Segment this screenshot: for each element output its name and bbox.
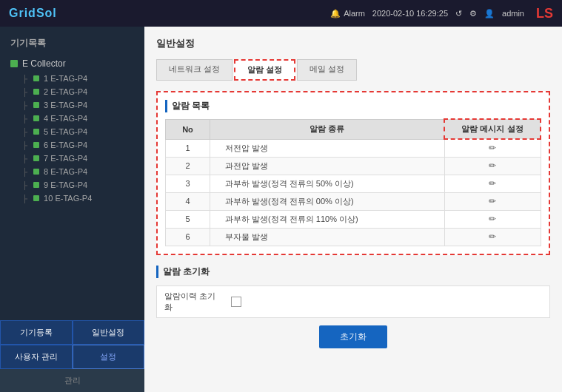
header: GridSol 🔔 Alarm 2020-02-10 16:29:25 ↺ ⚙ … — [0, 0, 562, 27]
cell-edit[interactable]: ✏ — [444, 210, 541, 228]
init-section-title: 알람 초기화 — [156, 266, 550, 278]
alarm-table-body: 1 저전압 발생 ✏ 2 과전압 발생 ✏ 3 과부하 발생(정격 전류의 50… — [166, 139, 541, 246]
alarm-indicator[interactable]: 🔔 Alarm — [330, 9, 365, 18]
bell-icon: 🔔 — [330, 9, 341, 18]
cell-type: 과부하 발생(정격 전류의 00% 이상) — [210, 192, 445, 210]
col-type: 알람 종류 — [210, 119, 445, 139]
tree-item-1[interactable]: ├1 E-TAG-P4 — [6, 72, 138, 85]
settings-button[interactable]: 설정 — [73, 345, 145, 369]
general-settings-button[interactable]: 일반설정 — [73, 320, 145, 345]
cell-edit[interactable]: ✏ — [444, 139, 541, 157]
init-button[interactable]: 초기화 — [319, 325, 387, 348]
tree-item-2[interactable]: ├2 E-TAG-P4 — [6, 85, 138, 98]
collector-label: E Collector — [22, 58, 66, 69]
tab-email[interactable]: 메일 설정 — [297, 59, 357, 81]
init-button-row: 초기화 — [156, 325, 550, 348]
edit-icon[interactable]: ✏ — [489, 160, 496, 171]
cell-type: 저전압 발생 — [210, 139, 445, 157]
cell-edit[interactable]: ✏ — [444, 228, 541, 246]
main-container: 기기목록 E Collector ├1 E-TAG-P4├2 E-TAG-P4├… — [0, 27, 562, 392]
init-section: 알람 초기화 알람이력 초기화 — [156, 266, 550, 318]
cell-no: 2 — [166, 157, 210, 175]
management-button[interactable]: 관리 — [0, 369, 144, 392]
edit-icon[interactable]: ✏ — [489, 178, 496, 189]
tree-item-8[interactable]: ├8 E-TAG-P4 — [6, 165, 138, 178]
tree-item-10[interactable]: ├10 E-TAG-P4 — [6, 192, 138, 205]
cell-edit[interactable]: ✏ — [444, 175, 541, 192]
collector-status-icon — [10, 60, 18, 67]
tree-item-7[interactable]: ├7 E-TAG-P4 — [6, 152, 138, 165]
tree-root-collector[interactable]: E Collector — [6, 55, 138, 72]
logo: GridSol — [9, 7, 57, 20]
tabs: 네트워크 설정 알람 설정 메일 설정 — [156, 59, 550, 81]
content-area: 일반설정 네트워크 설정 알람 설정 메일 설정 알람 목록 No 알람 종류 … — [144, 27, 562, 392]
tree-item-4[interactable]: ├4 E-TAG-P4 — [6, 112, 138, 125]
sidebar-title: 기기목록 — [6, 34, 138, 55]
table-row: 2 과전압 발생 ✏ — [166, 157, 541, 175]
table-row: 6 부자물 발생 ✏ — [166, 228, 541, 246]
init-label: 알람이력 초기화 — [164, 291, 224, 313]
edit-icon[interactable]: ✏ — [489, 196, 496, 206]
cell-type: 부자물 발생 — [210, 228, 445, 246]
cell-edit[interactable]: ✏ — [444, 157, 541, 175]
sidebar-bottom: 기기등록 일반설정 사용자 관리 설정 관리 — [0, 320, 144, 392]
cell-no: 3 — [166, 175, 210, 192]
user-icon: 👤 — [484, 9, 495, 18]
refresh-icon[interactable]: ↺ — [455, 9, 462, 18]
col-no: No — [166, 119, 210, 139]
table-row: 5 과부하 발생(정격 전류의 110% 이상) ✏ — [166, 210, 541, 228]
edit-icon[interactable]: ✏ — [489, 143, 496, 153]
cell-no: 6 — [166, 228, 210, 246]
tree-item-3[interactable]: ├3 E-TAG-P4 — [6, 98, 138, 112]
edit-icon[interactable]: ✏ — [489, 214, 496, 224]
tab-network[interactable]: 네트워크 설정 — [156, 59, 233, 81]
datetime-display: 2020-02-10 16:29:25 — [372, 9, 448, 18]
cell-no: 5 — [166, 210, 210, 228]
device-reg-button[interactable]: 기기등록 — [0, 320, 73, 345]
tree-item-9[interactable]: ├9 E-TAG-P4 — [6, 178, 138, 192]
table-row: 1 저전압 발생 ✏ — [166, 139, 541, 157]
page-title: 일반설정 — [156, 37, 550, 50]
cell-type: 과부하 발생(정격 전류의 110% 이상) — [210, 210, 445, 228]
col-alarm-msg: 알람 메시지 설정 — [444, 119, 541, 139]
tree-items: ├1 E-TAG-P4├2 E-TAG-P4├3 E-TAG-P4├4 E-TA… — [6, 72, 138, 205]
cell-no: 1 — [166, 139, 210, 157]
cell-no: 4 — [166, 192, 210, 210]
tree-item-6[interactable]: ├6 E-TAG-P4 — [6, 138, 138, 152]
user-mgmt-button[interactable]: 사용자 관리 — [0, 345, 73, 369]
device-tree: 기기목록 E Collector ├1 E-TAG-P4├2 E-TAG-P4├… — [0, 27, 144, 212]
ls-brand-logo: LS — [536, 6, 553, 21]
tree-item-5[interactable]: ├5 E-TAG-P4 — [6, 125, 138, 138]
admin-label: admin — [502, 9, 524, 18]
sidebar: 기기목록 E Collector ├1 E-TAG-P4├2 E-TAG-P4├… — [0, 27, 144, 392]
table-row: 3 과부하 발생(정격 전류의 50% 이상) ✏ — [166, 175, 541, 192]
table-row: 4 과부하 발생(정격 전류의 00% 이상) ✏ — [166, 192, 541, 210]
header-right: 🔔 Alarm 2020-02-10 16:29:25 ↺ ⚙ 👤 admin … — [330, 6, 553, 21]
cell-edit[interactable]: ✏ — [444, 192, 541, 210]
alarm-table: No 알람 종류 알람 메시지 설정 1 저전압 발생 ✏ 2 과전압 발생 ✏… — [165, 118, 541, 246]
init-checkbox[interactable] — [231, 297, 241, 307]
alarm-list-section: 알람 목록 No 알람 종류 알람 메시지 설정 1 저전압 발생 ✏ 2 과전… — [156, 91, 550, 255]
init-row: 알람이력 초기화 — [156, 285, 550, 318]
edit-icon[interactable]: ✏ — [489, 232, 496, 242]
cell-type: 과부하 발생(정격 전류의 50% 이상) — [210, 175, 445, 192]
sidebar-button-group: 기기등록 일반설정 사용자 관리 설정 관리 — [0, 320, 144, 392]
alarm-list-title: 알람 목록 — [165, 100, 541, 112]
alarm-label: Alarm — [344, 9, 365, 18]
tab-alarm[interactable]: 알람 설정 — [234, 59, 295, 81]
settings-icon[interactable]: ⚙ — [469, 9, 477, 18]
cell-type: 과전압 발생 — [210, 157, 445, 175]
